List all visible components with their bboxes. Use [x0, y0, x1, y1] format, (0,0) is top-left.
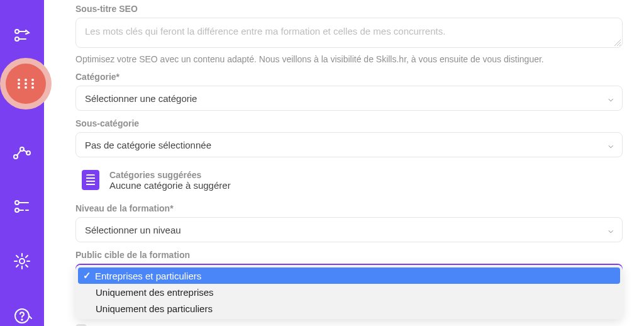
suggested-text: Aucune catégorie à suggérer	[109, 180, 231, 191]
notepad-icon	[82, 170, 99, 190]
help-icon[interactable]	[9, 306, 35, 326]
svg-point-7	[31, 82, 34, 85]
audience-option-2[interactable]: Uniquement des particuliers	[78, 300, 620, 317]
svg-point-15	[15, 208, 19, 212]
build-icon[interactable]	[9, 25, 35, 45]
audience-option-label: Uniquement des particuliers	[96, 303, 213, 314]
subcategory-select[interactable]: Pas de catégorie sélectionnée ⌵	[75, 132, 623, 157]
audience-label: Public cible de la formation	[75, 250, 635, 260]
form-content: Sous-titre SEO Les mots clés qui feront …	[75, 0, 641, 326]
chevron-down-icon: ⌵	[608, 225, 613, 235]
seo-subtitle-placeholder: Les mots clés qui feront la différence e…	[85, 26, 445, 37]
svg-point-9	[25, 86, 27, 89]
svg-point-16	[19, 259, 25, 264]
svg-point-14	[15, 201, 19, 205]
check-icon: ✓	[83, 270, 91, 281]
audience-option-label: Uniquement des entreprises	[96, 287, 214, 298]
suggested-title: Catégories suggérées	[109, 170, 231, 180]
chevron-down-icon: ⌵	[608, 93, 613, 103]
subcategory-placeholder: Pas de catégorie sélectionnée	[85, 140, 211, 150]
svg-point-18	[21, 319, 23, 320]
audience-option-0[interactable]: ✓ Entreprises et particuliers	[78, 267, 620, 284]
svg-point-5	[18, 82, 20, 85]
audience-dropdown: ✓ Entreprises et particuliers Uniquement…	[75, 265, 623, 319]
sidebar-active-indicator	[0, 58, 52, 110]
svg-point-2	[18, 79, 20, 81]
category-select[interactable]: Sélectionner une catégorie ⌵	[75, 86, 623, 111]
chevron-down-icon: ⌵	[608, 140, 613, 150]
settings-icon[interactable]	[9, 251, 35, 271]
subcategory-label: Sous-catégorie	[75, 118, 635, 128]
audience-option-1[interactable]: Uniquement des entreprises	[78, 284, 620, 300]
svg-point-4	[31, 79, 34, 81]
seo-subtitle-label: Sous-titre SEO	[75, 4, 635, 14]
level-select[interactable]: Sélectionner un niveau ⌵	[75, 217, 623, 242]
sidebar	[0, 0, 44, 326]
category-placeholder: Sélectionner une catégorie	[85, 93, 197, 104]
equalizer-icon[interactable]	[9, 196, 35, 216]
level-label: Niveau de la formation*	[75, 203, 635, 213]
svg-point-6	[25, 82, 27, 85]
seo-subtitle-textarea[interactable]: Les mots clés qui feront la différence e…	[75, 18, 623, 48]
level-placeholder: Sélectionner un niveau	[85, 225, 181, 235]
resize-handle-icon[interactable]	[614, 40, 621, 46]
seo-help-text: Optimisez votre SEO avec un contenu adap…	[75, 54, 635, 64]
svg-point-3	[25, 79, 27, 81]
grid-icon[interactable]	[6, 64, 46, 104]
category-label: Catégorie*	[75, 72, 635, 82]
analytics-icon[interactable]	[9, 142, 35, 162]
svg-point-8	[18, 86, 20, 89]
suggested-categories: Catégories suggérées Aucune catégorie à …	[75, 165, 635, 196]
svg-point-10	[31, 86, 34, 89]
audience-option-label: Entreprises et particuliers	[95, 271, 201, 281]
